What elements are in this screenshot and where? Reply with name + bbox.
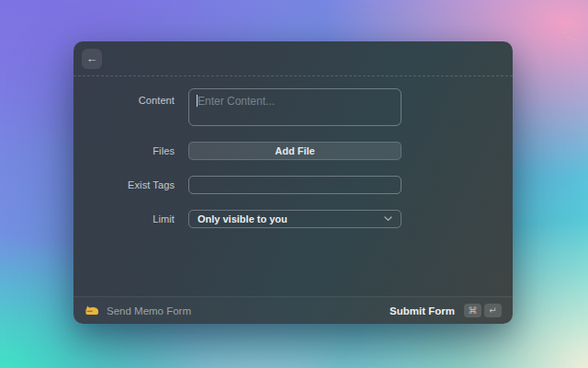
command-key-icon: ⌘ [464,304,481,317]
content-label: Content [74,88,175,106]
form-row-content: Content [74,88,513,126]
limit-label: Limit [74,213,175,224]
submit-form-button[interactable]: Submit Form [390,305,455,316]
files-label: Files [74,145,175,156]
memo-app-icon [85,305,99,316]
footer-app-title: Send Memo Form [107,305,191,316]
window-header: ← [74,41,513,76]
corner-dots-decoration [555,2,586,46]
add-file-button[interactable]: Add File [188,142,401,160]
memo-form: Content Files Add File Exist Tags Limit [74,76,513,296]
limit-dropdown-value: Only visible to you [198,213,288,224]
desktop: { "window": { "header": { "back_icon": "… [0,0,588,368]
form-row-exist-tags: Exist Tags [74,176,513,194]
chevron-down-icon [384,216,392,222]
form-row-limit: Limit Only visible to you [74,210,513,228]
form-row-files: Files Add File [74,142,513,160]
footer-actions: Submit Form ⌘ ↵ [390,304,502,317]
exist-tags-input[interactable] [188,176,401,194]
limit-dropdown[interactable]: Only visible to you [188,210,401,228]
exist-tags-label: Exist Tags [74,179,175,190]
text-cursor [197,95,198,107]
back-button[interactable]: ← [82,49,102,69]
return-key-icon: ↵ [484,304,502,317]
send-memo-form-window: ← Content Files Add File Exist Tags [74,41,513,324]
shortcut-badges: ⌘ ↵ [464,304,502,317]
window-footer: Send Memo Form Submit Form ⌘ ↵ [74,296,513,324]
footer-app-info: Send Memo Form [85,305,191,316]
content-textarea[interactable] [188,88,401,126]
